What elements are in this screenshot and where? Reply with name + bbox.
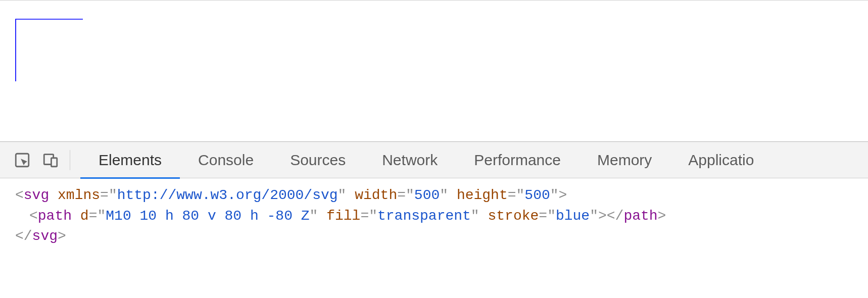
dom-token — [346, 187, 355, 203]
dom-line-2[interactable]: <path d="M10 10 h 80 v 80 h -80 Z" fill=… — [15, 206, 853, 227]
dom-token: 500 — [524, 187, 550, 203]
dom-token: = — [100, 187, 109, 203]
dom-token: width — [355, 187, 397, 203]
device-toggle-icon[interactable] — [36, 142, 65, 178]
rendered-svg — [7, 11, 83, 81]
tab-application[interactable]: Applicatio — [670, 142, 772, 178]
dom-token: " — [440, 187, 448, 203]
dom-token: = — [89, 208, 98, 224]
dom-token: d — [80, 208, 89, 224]
dom-token: xmlns — [58, 187, 100, 203]
dom-token: " — [550, 187, 559, 203]
svg-square — [7, 11, 83, 81]
dom-tree[interactable]: <svg xmlns="http://www.w3.org/2000/svg" … — [0, 178, 868, 257]
dom-token: http://www.w3.org/2000/svg — [117, 187, 338, 203]
dom-token: = — [360, 208, 369, 224]
dom-token — [448, 187, 457, 203]
dom-token: > — [559, 187, 567, 203]
dom-token: " — [338, 187, 347, 203]
dom-token: stroke — [488, 208, 539, 224]
dom-token: " — [109, 187, 117, 203]
dom-token — [72, 208, 80, 224]
tab-memory[interactable]: Memory — [579, 142, 670, 178]
dom-token: = — [508, 187, 516, 203]
dom-token — [318, 208, 326, 224]
dom-token: M10 10 h 80 v 80 h -80 Z — [106, 208, 309, 224]
dom-token: > — [598, 208, 607, 224]
page-viewport — [0, 0, 868, 141]
tab-network[interactable]: Network — [364, 142, 456, 178]
dom-token: svg — [32, 228, 58, 244]
dom-token: </ — [15, 228, 32, 244]
tab-performance[interactable]: Performance — [456, 142, 579, 178]
dom-token: > — [58, 228, 66, 244]
dom-line-1[interactable]: <svg xmlns="http://www.w3.org/2000/svg" … — [15, 185, 853, 206]
dom-token: " — [97, 208, 106, 224]
dom-token: blue — [556, 208, 590, 224]
dom-token: " — [471, 208, 479, 224]
dom-token: height — [457, 187, 508, 203]
dom-token: </ — [607, 208, 624, 224]
devtools-panel: Elements Console Sources Network Perform… — [0, 141, 868, 257]
dom-token: = — [539, 208, 547, 224]
dom-token: < — [15, 187, 24, 203]
svg-rect-2 — [51, 158, 57, 166]
dom-token: < — [29, 208, 38, 224]
dom-token: " — [516, 187, 525, 203]
dom-token: 500 — [414, 187, 440, 203]
dom-token: transparent — [377, 208, 471, 224]
dom-token: > — [658, 208, 666, 224]
dom-token: path — [623, 208, 657, 224]
dom-token: = — [397, 187, 406, 203]
tab-elements[interactable]: Elements — [80, 142, 180, 178]
dom-token — [479, 208, 488, 224]
dom-token: svg — [24, 187, 49, 203]
dom-token: " — [547, 208, 556, 224]
dom-token — [49, 187, 58, 203]
dom-token: " — [406, 187, 414, 203]
inspect-icon[interactable] — [8, 142, 36, 178]
dom-token: " — [310, 208, 318, 224]
dom-token: " — [369, 208, 377, 224]
dom-line-3[interactable]: </svg> — [15, 226, 853, 247]
dom-token: path — [38, 208, 72, 224]
dom-token: " — [590, 208, 598, 224]
tabbar-separator — [70, 150, 70, 170]
tab-sources[interactable]: Sources — [272, 142, 364, 178]
dom-token: fill — [326, 208, 360, 224]
devtools-tabbar: Elements Console Sources Network Perform… — [0, 142, 868, 178]
svg-square-path — [16, 19, 83, 81]
tab-console[interactable]: Console — [180, 142, 272, 178]
